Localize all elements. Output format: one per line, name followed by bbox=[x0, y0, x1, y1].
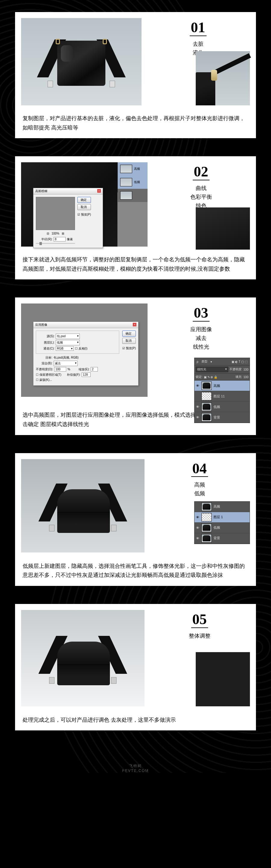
visibility-icon[interactable]: 👁 bbox=[195, 526, 200, 530]
preview-checkbox[interactable]: ☑ 预览(P) bbox=[122, 346, 136, 350]
close-icon[interactable]: × bbox=[133, 323, 137, 327]
step-card-05: 05 整体调整 处理完成之后，可以对产品进行调色 去灰处理，这里不多做演示 bbox=[15, 604, 256, 731]
dialog-title-bar: 应用图像 × bbox=[33, 322, 138, 328]
fill-label: 填充: bbox=[236, 375, 242, 379]
step-subtitle: 曲线 色彩平衡 纯色 bbox=[152, 184, 250, 210]
product-photo-5 bbox=[21, 610, 145, 706]
step-number: 03 bbox=[193, 305, 210, 321]
layer-row[interactable]: 👁低频 bbox=[194, 402, 250, 412]
field-label: 目标: bbox=[36, 355, 52, 360]
step-description: 低频层上新建图层，隐藏高频，选择混合性画笔工具，修饰整体光影，这一步和中性灰修图… bbox=[21, 561, 250, 580]
layer-row[interactable]: 👁图层 1 bbox=[194, 512, 250, 523]
layer-thumbnail bbox=[202, 403, 212, 411]
field-label: 源(S): bbox=[38, 334, 55, 338]
dialog-title: 高斯模糊 bbox=[35, 189, 47, 193]
layers-panel: 高频👁图层 1👁低频👁背景 bbox=[194, 501, 250, 544]
screenshot-gaussian: 高频 低频 高斯模糊 × ⊟ 100% ⊞ 半径(R): 8 bbox=[21, 162, 148, 247]
preserve-checkbox[interactable]: ☐ 保留透明区域(T) bbox=[36, 373, 61, 377]
cancel-button[interactable]: 取消 bbox=[78, 204, 91, 210]
invert-checkbox[interactable]: ☐ 反相(I) bbox=[75, 346, 87, 351]
layer-row[interactable]: 高频 bbox=[194, 502, 250, 512]
step-subtitle: 高频 低频 bbox=[149, 480, 250, 498]
unit-label: 像素 bbox=[67, 237, 73, 242]
lock-label: 锁定: bbox=[196, 375, 203, 379]
layer-thumbnail bbox=[202, 381, 212, 390]
layer-name: 背景 bbox=[213, 536, 220, 540]
layer-thumbnail bbox=[202, 502, 212, 511]
visibility-icon[interactable]: 👁 bbox=[195, 516, 200, 519]
visibility-icon[interactable]: 👁 bbox=[195, 405, 200, 408]
field-label: 缩放(E): bbox=[79, 367, 89, 372]
layer-name: 背景 bbox=[213, 415, 220, 420]
unit-label: % bbox=[67, 368, 70, 371]
step-card-03: 应用图像 × 源(S):包.psd▾ 图层(L):低频▾ 通道(C):RGB▾☐… bbox=[15, 298, 256, 435]
opacity-value: 100 bbox=[243, 368, 248, 371]
field-label: 混合(B): bbox=[36, 361, 52, 366]
layer-row[interactable]: 👁低频 bbox=[194, 523, 250, 533]
target-value: 包.psd(高频, RGB) bbox=[54, 355, 79, 360]
ok-button[interactable]: 确定 bbox=[78, 197, 91, 203]
layer-row-label: 低频 bbox=[134, 180, 140, 184]
product-photo-4 bbox=[21, 459, 145, 553]
dialog-title-bar: 高斯模糊 × bbox=[33, 188, 103, 194]
field-label: 通道(C): bbox=[38, 346, 55, 351]
screenshot-apply-image: 应用图像 × 源(S):包.psd▾ 图层(L):低频▾ 通道(C):RGB▾☐… bbox=[21, 304, 148, 397]
layers-panel: ρ类型▾▣ ◐ T ▢ ⬚ 线性光▾不透明度:100 锁定:▣ ✎ ⊕ 🔒填充:… bbox=[194, 358, 250, 423]
step-card-04: 04 高频 低频 高频👁图层 1👁低频👁背景 低频层上新建图层，隐藏高频，选择混… bbox=[15, 453, 256, 586]
fill-value: 100 bbox=[243, 375, 248, 379]
step-subtitle: 整体调整 bbox=[149, 632, 250, 641]
opacity-input[interactable]: 100 bbox=[54, 367, 66, 372]
field-label: 补偿值(F): bbox=[67, 373, 81, 377]
step-card-02: 高频 低频 高斯模糊 × ⊟ 100% ⊞ 半径(R): 8 bbox=[15, 156, 256, 279]
step-card-01: 01 去脏 液化 复制图层，对产品进行基本的去脏，液化，偏色去色处理，再根据片子… bbox=[15, 12, 256, 138]
field-label: 不透明度(O): bbox=[36, 367, 53, 372]
step-description: 复制图层，对产品进行基本的去脏，液化，偏色去色处理，再根据片子对整体光影进行微调… bbox=[21, 114, 250, 132]
blend-select[interactable]: 减去▾ bbox=[54, 361, 78, 366]
channel-select[interactable]: RGB▾ bbox=[56, 346, 74, 351]
layer-select[interactable]: 低频▾ bbox=[56, 340, 80, 345]
visibility-icon[interactable]: 👁 bbox=[195, 415, 200, 419]
source-select[interactable]: 包.psd▾ bbox=[56, 334, 80, 339]
opacity-label: 不透明度: bbox=[230, 367, 242, 372]
layer-thumbnail bbox=[202, 534, 212, 542]
detail-photo-1 bbox=[196, 51, 250, 105]
detail-photo-2 bbox=[196, 208, 250, 250]
step-description: 接下来就进入到高低频环节，调整好的图层复制俩层，一个命名为低频一个命名为高频，隐… bbox=[21, 255, 250, 273]
dialog-title: 应用图像 bbox=[35, 323, 47, 327]
layer-thumbnail bbox=[202, 413, 212, 422]
layer-name: 低频 bbox=[213, 525, 220, 530]
offset-input[interactable]: 128 bbox=[82, 372, 91, 377]
visibility-icon[interactable]: 👁 bbox=[195, 536, 200, 540]
layer-thumbnail bbox=[202, 513, 212, 522]
layer-row[interactable]: 图层 11 bbox=[194, 391, 250, 402]
layer-name: 图层 1 bbox=[213, 515, 223, 519]
step-number: 02 bbox=[193, 164, 210, 180]
mask-checkbox[interactable]: ☐ 蒙版(K)... bbox=[36, 378, 52, 382]
preview-area bbox=[36, 197, 75, 230]
preview-checkbox[interactable]: ☑ 预览(P) bbox=[78, 213, 91, 217]
ok-button[interactable]: 确定 bbox=[122, 331, 136, 337]
layer-row[interactable]: 👁背景 bbox=[194, 533, 250, 544]
step-subtitle: 应用图像 减去 线性光 bbox=[152, 325, 250, 351]
step-number: 01 bbox=[190, 20, 207, 36]
step-number: 05 bbox=[191, 612, 208, 628]
layer-row[interactable]: 👁高频 bbox=[194, 380, 250, 391]
blend-mode-select[interactable]: 线性光▾ bbox=[196, 367, 228, 372]
field-label: 图层(L): bbox=[38, 341, 55, 345]
layer-thumbnail bbox=[202, 524, 212, 532]
layer-row-label: 高频 bbox=[134, 167, 140, 171]
field-label: 半径(R): bbox=[36, 237, 52, 242]
close-icon[interactable]: × bbox=[97, 189, 101, 193]
layer-name: 高频 bbox=[213, 383, 220, 388]
panel-tab[interactable]: 类型 bbox=[201, 359, 208, 364]
radius-input[interactable]: 8 bbox=[54, 237, 66, 242]
layer-row[interactable]: 👁背景 bbox=[194, 412, 250, 423]
layer-name: 低频 bbox=[213, 405, 220, 409]
step-number: 04 bbox=[191, 461, 208, 477]
scale-input[interactable]: 2 bbox=[91, 367, 98, 372]
texture-sample bbox=[196, 652, 250, 706]
product-photo-1 bbox=[21, 18, 142, 105]
visibility-icon[interactable]: 👁 bbox=[195, 384, 200, 388]
step-description: 处理完成之后，可以对产品进行调色 去灰处理，这里不多做演示 bbox=[21, 715, 250, 725]
cancel-button[interactable]: 取消 bbox=[122, 338, 136, 344]
